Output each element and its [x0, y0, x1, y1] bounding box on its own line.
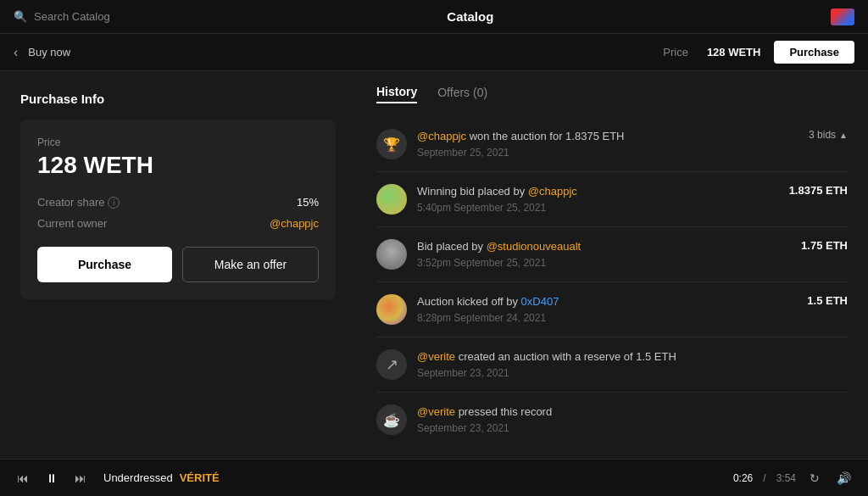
- info-icon: i: [108, 197, 120, 209]
- chevron-up-icon: ▲: [839, 131, 848, 140]
- history-info: @verite pressed this record September 23…: [417, 404, 848, 434]
- search-area[interactable]: 🔍 Search Catalog: [14, 10, 110, 23]
- secondary-nav-right: Price 128 WETH Purchase: [663, 41, 854, 64]
- tabs-row: History Offers (0): [376, 85, 848, 103]
- search-icon: 🔍: [14, 10, 27, 23]
- repeat-button[interactable]: ↻: [806, 470, 823, 487]
- history-text: pressed this record: [459, 405, 553, 418]
- tab-offers[interactable]: Offers (0): [437, 86, 487, 103]
- history-date: September 23, 2021: [417, 367, 848, 379]
- back-button[interactable]: ‹: [14, 45, 18, 60]
- avatar: ↗: [376, 349, 407, 380]
- player-right: 0:26 / 3:54 ↻ 🔊: [733, 470, 854, 487]
- purchase-button[interactable]: Purchase: [37, 247, 172, 282]
- search-placeholder: Search Catalog: [34, 10, 110, 23]
- history-date: 3:52pm September 25, 2021: [417, 257, 787, 269]
- history-info: Auction kicked off by 0xD407 8:28pm Sept…: [417, 294, 793, 324]
- avatar: [376, 294, 407, 325]
- top-nav: 🔍 Search Catalog Catalog: [0, 0, 868, 34]
- make-offer-button[interactable]: Make an offer: [182, 247, 319, 282]
- history-date: 8:28pm September 24, 2021: [417, 312, 793, 324]
- prev-button[interactable]: ⏮: [14, 470, 32, 487]
- history-bids[interactable]: 3 bids ▲: [809, 129, 848, 141]
- time-separator: /: [763, 472, 765, 484]
- bids-count: 3 bids: [809, 129, 836, 141]
- avatar: [376, 239, 407, 270]
- track-info: Underdressed VÉRITÉ: [103, 471, 220, 484]
- top-nav-right: [831, 8, 854, 25]
- history-user-link[interactable]: @chappjc: [417, 130, 466, 142]
- bottom-player: ⏮ ⏸ ⏭ Underdressed VÉRITÉ 0:26 / 3:54 ↻ …: [0, 459, 868, 496]
- page-title: Buy now: [28, 46, 70, 59]
- avatar: [376, 184, 407, 215]
- history-date: September 25, 2021: [417, 147, 809, 159]
- track-title: Underdressed: [103, 471, 173, 484]
- action-buttons: Purchase Make an offer: [37, 247, 319, 282]
- history-item: Auction kicked off by 0xD407 8:28pm Sept…: [376, 282, 848, 337]
- history-info: @verite created an auction with a reserv…: [417, 349, 848, 379]
- history-main-text: @verite created an auction with a reserv…: [417, 349, 848, 365]
- current-owner-label: Current owner: [37, 217, 107, 230]
- player-controls: ⏮ ⏸ ⏭: [14, 470, 90, 487]
- purchase-info-card: Price 128 WETH Creator share i 15% Curre…: [20, 120, 336, 299]
- current-owner-row: Current owner @chappjc: [37, 217, 319, 230]
- history-main-text: @verite pressed this record: [417, 404, 848, 420]
- history-item: ↗ @verite created an auction with a rese…: [376, 337, 848, 393]
- history-item: Winning bid placed by @chappjc 5:40pm Se…: [376, 172, 848, 227]
- history-text: Auction kicked off by: [417, 295, 521, 308]
- time-current: 0:26: [733, 472, 753, 484]
- left-panel: Purchase Info Price 128 WETH Creator sha…: [0, 71, 356, 459]
- history-date: September 23, 2021: [417, 422, 848, 434]
- history-user-link[interactable]: @verite: [417, 350, 455, 363]
- history-item: 🏆 @chappjc won the auction for 1.8375 ET…: [376, 117, 848, 172]
- time-total: 3:54: [776, 472, 796, 484]
- history-text: won the auction for 1.8375 ETH: [470, 130, 625, 142]
- history-text: created an auction with a reserve of 1.5…: [459, 350, 676, 363]
- history-amount: 1.8375 ETH: [789, 184, 848, 197]
- history-text: Bid placed by: [417, 240, 487, 253]
- creator-share-value: 15%: [297, 196, 319, 209]
- right-panel: History Offers (0) 🏆 @chappjc won the au…: [356, 71, 868, 459]
- track-artist: VÉRITÉ: [180, 471, 220, 484]
- volume-button[interactable]: 🔊: [833, 470, 854, 487]
- creator-share-label: Creator share i: [37, 196, 120, 209]
- card-price-label: Price: [37, 137, 319, 148]
- current-owner-value: @chappjc: [270, 217, 319, 230]
- history-user-link[interactable]: 0xD407: [521, 295, 559, 308]
- history-text: Winning bid placed by: [417, 185, 528, 198]
- history-info: Bid placed by @studionouveaualt 3:52pm S…: [417, 239, 787, 269]
- history-item: ☕ @verite pressed this record September …: [376, 393, 848, 447]
- history-info: Winning bid placed by @chappjc 5:40pm Se…: [417, 184, 776, 214]
- price-value: 128 WETH: [707, 46, 761, 59]
- history-main-text: Auction kicked off by 0xD407: [417, 294, 793, 309]
- avatar: 🏆: [376, 129, 407, 159]
- history-info: @chappjc won the auction for 1.8375 ETH …: [417, 129, 809, 159]
- secondary-nav-left: ‹ Buy now: [14, 45, 70, 60]
- history-date: 5:40pm September 25, 2021: [417, 202, 776, 214]
- history-item: Bid placed by @studionouveaualt 3:52pm S…: [376, 227, 848, 282]
- history-user-link[interactable]: @verite: [417, 405, 455, 418]
- app-icon: [831, 8, 854, 25]
- main-content: Purchase Info Price 128 WETH Creator sha…: [0, 71, 868, 459]
- card-price-value: 128 WETH: [37, 152, 319, 179]
- nav-purchase-button[interactable]: Purchase: [774, 41, 854, 64]
- history-user-link[interactable]: @studionouveaualt: [487, 240, 581, 253]
- purchase-info-title: Purchase Info: [20, 92, 336, 106]
- creator-share-row: Creator share i 15%: [37, 196, 319, 209]
- secondary-nav: ‹ Buy now Price 128 WETH Purchase: [0, 34, 868, 71]
- history-main-text: Bid placed by @studionouveaualt: [417, 239, 787, 254]
- app-title: Catalog: [447, 9, 493, 24]
- price-label: Price: [663, 46, 688, 59]
- history-user-link[interactable]: @chappjc: [528, 185, 577, 198]
- history-amount: 1.5 ETH: [807, 294, 848, 307]
- avatar: ☕: [376, 404, 407, 435]
- history-amount: 1.75 ETH: [801, 239, 848, 252]
- next-button[interactable]: ⏭: [71, 470, 90, 487]
- play-pause-button[interactable]: ⏸: [42, 470, 61, 487]
- history-main-text: Winning bid placed by @chappjc: [417, 184, 776, 199]
- history-main-text: @chappjc won the auction for 1.8375 ETH: [417, 129, 809, 144]
- tab-history[interactable]: History: [376, 85, 417, 103]
